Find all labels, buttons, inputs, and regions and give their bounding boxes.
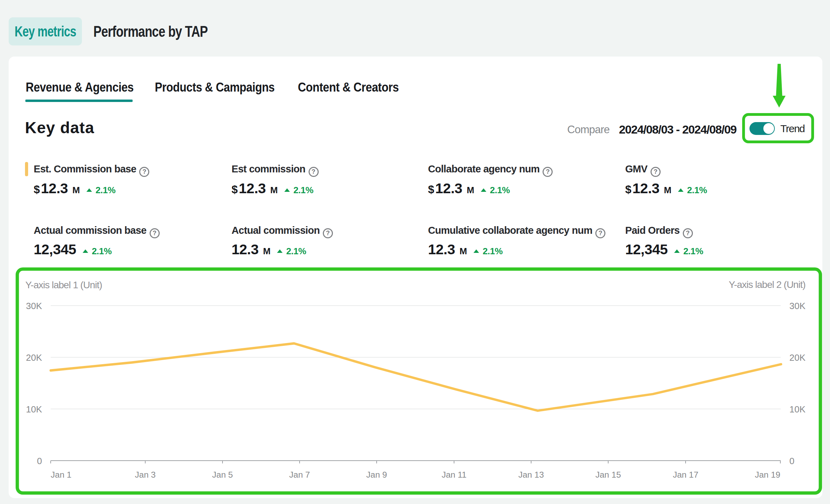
svg-text:0: 0 [789,456,794,466]
svg-text:30K: 30K [789,301,806,311]
svg-text:Y-axis label 2 (Unit): Y-axis label 2 (Unit) [729,279,805,290]
svg-text:Jan 3: Jan 3 [135,470,156,479]
svg-text:Jan 1: Jan 1 [51,470,72,479]
svg-text:20K: 20K [26,352,42,363]
svg-text:20K: 20K [789,352,806,363]
svg-text:Jan 7: Jan 7 [289,470,310,479]
svg-text:10K: 10K [789,404,806,415]
svg-text:Jan 19: Jan 19 [755,470,780,479]
svg-text:Jan 15: Jan 15 [595,470,621,479]
svg-text:10K: 10K [26,404,42,415]
svg-text:Y-axis label 1 (Unit): Y-axis label 1 (Unit) [25,280,102,290]
svg-text:Jan 17: Jan 17 [673,470,698,479]
svg-text:Jan 13: Jan 13 [518,470,544,479]
svg-text:Jan 5: Jan 5 [212,470,233,479]
svg-text:Jan 11: Jan 11 [442,470,467,479]
svg-text:0: 0 [37,456,42,466]
svg-text:30K: 30K [26,301,42,311]
svg-text:Jan 9: Jan 9 [366,470,387,479]
